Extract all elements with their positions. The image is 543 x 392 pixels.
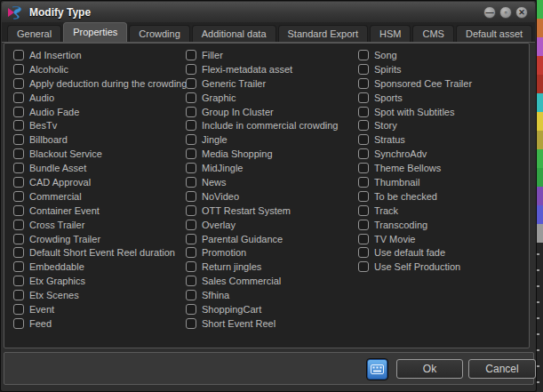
checkbox-unchecked[interactable] <box>186 134 196 145</box>
checkbox-unchecked[interactable] <box>186 64 196 75</box>
checkbox-item[interactable]: Audio <box>13 91 184 105</box>
maximize-button[interactable]: ▫ <box>499 6 512 19</box>
checkbox-item[interactable]: Media Shopping <box>186 147 355 161</box>
checkbox-unchecked[interactable] <box>358 177 369 188</box>
checkbox-item[interactable]: Ad Insertion <box>13 48 184 62</box>
checkbox-unchecked[interactable] <box>186 148 196 159</box>
checkbox-item[interactable]: Transcoding <box>358 218 527 232</box>
checkbox-unchecked[interactable] <box>358 205 369 216</box>
checkbox-unchecked[interactable] <box>13 304 24 315</box>
checkbox-item[interactable]: Etx Graphics <box>13 274 184 288</box>
checkbox-item[interactable]: Generic Trailer <box>186 76 355 91</box>
checkbox-unchecked[interactable] <box>358 78 369 89</box>
virtual-keyboard-button[interactable] <box>367 359 387 380</box>
checkbox-item[interactable]: Include in commercial crowding <box>186 118 355 132</box>
checkbox-unchecked[interactable] <box>358 234 369 244</box>
checkbox-unchecked[interactable] <box>358 92 369 103</box>
checkbox-item[interactable]: Thumbnail <box>358 175 527 189</box>
checkbox-item[interactable]: Theme Bellows <box>358 161 527 175</box>
checkbox-unchecked[interactable] <box>358 107 369 117</box>
checkbox-unchecked[interactable] <box>186 234 196 244</box>
checkbox-item[interactable]: Story <box>358 118 527 132</box>
checkbox-item[interactable]: Use default fade <box>358 245 527 260</box>
checkbox-item[interactable]: News <box>186 175 355 189</box>
minimize-button[interactable]: — <box>483 6 496 19</box>
checkbox-unchecked[interactable] <box>13 247 24 258</box>
checkbox-item[interactable]: Group In Cluster <box>186 105 355 119</box>
checkbox-item[interactable]: Track <box>358 204 527 218</box>
checkbox-unchecked[interactable] <box>186 261 196 272</box>
checkbox-item[interactable]: Spirits <box>358 62 527 76</box>
checkbox-unchecked[interactable] <box>13 148 24 159</box>
checkbox-item[interactable]: Stratus <box>358 132 527 147</box>
checkbox-unchecked[interactable] <box>186 290 196 300</box>
checkbox-unchecked[interactable] <box>13 163 24 173</box>
checkbox-item[interactable]: Audio Fade <box>13 105 184 119</box>
checkbox-item[interactable]: CAD Approval <box>13 175 184 189</box>
checkbox-unchecked[interactable] <box>358 148 369 159</box>
checkbox-item[interactable]: Embeddable <box>13 260 184 274</box>
checkbox-item[interactable]: Sales Commercial <box>186 274 355 288</box>
checkbox-item[interactable]: Graphic <box>186 91 355 105</box>
checkbox-unchecked[interactable] <box>13 220 24 230</box>
tab-standard-export[interactable]: Standard Export <box>278 25 369 42</box>
checkbox-item[interactable]: Etx Scenes <box>13 288 184 302</box>
checkbox-unchecked[interactable] <box>13 290 24 300</box>
checkbox-item[interactable]: BesTv <box>13 118 184 132</box>
checkbox-item[interactable]: Song <box>358 48 527 62</box>
checkbox-unchecked[interactable] <box>186 107 196 117</box>
tab-default-asset[interactable]: Default asset <box>456 25 532 42</box>
checkbox-item[interactable]: Sfhina <box>186 288 355 302</box>
checkbox-unchecked[interactable] <box>13 234 24 244</box>
checkbox-unchecked[interactable] <box>13 78 24 89</box>
checkbox-item[interactable]: Short Event Reel <box>186 316 355 331</box>
checkbox-unchecked[interactable] <box>186 163 196 173</box>
checkbox-unchecked[interactable] <box>13 177 24 188</box>
checkbox-unchecked[interactable] <box>186 191 196 202</box>
checkbox-unchecked[interactable] <box>186 220 196 230</box>
tab-crowding[interactable]: Crowding <box>129 25 189 42</box>
checkbox-unchecked[interactable] <box>186 247 196 258</box>
checkbox-unchecked[interactable] <box>358 261 369 272</box>
checkbox-unchecked[interactable] <box>358 134 369 145</box>
checkbox-item[interactable]: Feed <box>13 316 184 331</box>
cancel-button[interactable]: Cancel <box>468 359 536 379</box>
checkbox-item[interactable]: Promotion <box>186 245 355 260</box>
checkbox-item[interactable]: Spot with Subtitles <box>358 105 527 119</box>
checkbox-item[interactable]: Default Short Event Reel duration <box>13 245 184 260</box>
checkbox-unchecked[interactable] <box>358 247 369 258</box>
checkbox-item[interactable]: OTT Restart System <box>186 204 355 218</box>
checkbox-item[interactable]: Filler <box>186 48 355 62</box>
checkbox-item[interactable]: Container Event <box>13 204 184 218</box>
checkbox-unchecked[interactable] <box>186 318 196 329</box>
checkbox-unchecked[interactable] <box>186 92 196 103</box>
checkbox-item[interactable]: Blackout Service <box>13 147 184 161</box>
checkbox-item[interactable]: Overlay <box>186 218 355 232</box>
checkbox-item[interactable]: TV Movie <box>358 232 527 246</box>
checkbox-item[interactable]: Return jingles <box>186 260 355 274</box>
ok-button[interactable]: Ok <box>396 359 463 379</box>
checkbox-item[interactable]: Alcoholic <box>13 62 184 76</box>
checkbox-item[interactable]: ShoppingCart <box>186 302 355 316</box>
checkbox-unchecked[interactable] <box>13 205 24 216</box>
checkbox-unchecked[interactable] <box>186 276 196 286</box>
checkbox-unchecked[interactable] <box>13 318 24 329</box>
checkbox-item[interactable]: Bundle Asset <box>13 161 184 175</box>
tab-additional-data[interactable]: Additional data <box>192 25 276 42</box>
checkbox-unchecked[interactable] <box>13 276 24 286</box>
checkbox-unchecked[interactable] <box>13 191 24 202</box>
checkbox-item[interactable]: Billboard <box>13 132 184 147</box>
checkbox-unchecked[interactable] <box>13 92 24 103</box>
checkbox-item[interactable]: Flexi-metadata asset <box>186 62 355 76</box>
checkbox-unchecked[interactable] <box>186 120 196 131</box>
checkbox-unchecked[interactable] <box>358 50 369 60</box>
checkbox-item[interactable]: Sponsored Cee Trailer <box>358 76 527 91</box>
checkbox-unchecked[interactable] <box>186 205 196 216</box>
checkbox-unchecked[interactable] <box>13 261 24 272</box>
checkbox-unchecked[interactable] <box>13 50 24 60</box>
checkbox-unchecked[interactable] <box>358 120 369 131</box>
checkbox-unchecked[interactable] <box>358 64 369 75</box>
checkbox-unchecked[interactable] <box>186 50 196 60</box>
checkbox-item[interactable]: Parental Guidance <box>186 232 355 246</box>
checkbox-unchecked[interactable] <box>13 107 24 117</box>
